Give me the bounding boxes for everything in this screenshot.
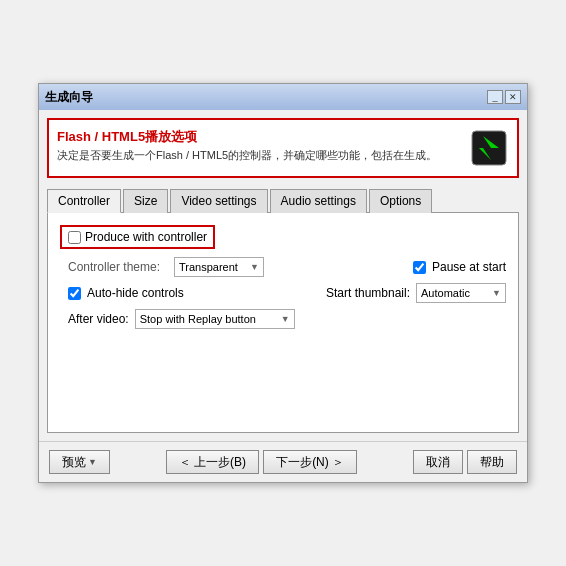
cancel-button[interactable]: 取消 [413, 450, 463, 474]
title-bar: 生成向导 _ ✕ [39, 84, 527, 110]
svg-rect-0 [472, 131, 506, 165]
controller-theme-arrow: ▼ [250, 262, 259, 272]
info-title: Flash / HTML5播放选项 [57, 128, 461, 146]
action-group: 取消 帮助 [413, 450, 517, 474]
bottom-bar: 预览 ▼ ＜ 上一步(B) 下一步(N) ＞ 取消 帮助 [39, 441, 527, 482]
produce-with-controller-row: Produce with controller [60, 225, 215, 249]
controller-theme-select[interactable]: Transparent ▼ [174, 257, 264, 277]
after-video-value: Stop with Replay button [140, 313, 256, 325]
produce-with-controller-checkbox[interactable] [68, 231, 81, 244]
tab-size[interactable]: Size [123, 189, 168, 213]
start-thumbnail-value: Automatic [421, 287, 470, 299]
after-video-arrow: ▼ [281, 314, 290, 324]
tab-video-settings[interactable]: Video settings [170, 189, 267, 213]
auto-hide-row: Auto-hide controls Start thumbnail: Auto… [68, 283, 506, 303]
help-button[interactable]: 帮助 [467, 450, 517, 474]
prev-step-button[interactable]: ＜ 上一步(B) [166, 450, 259, 474]
pause-at-start-label: Pause at start [432, 260, 506, 274]
produce-with-controller-label: Produce with controller [85, 230, 207, 244]
pause-at-start-checkbox[interactable] [413, 261, 426, 274]
start-thumbnail-right: Start thumbnail: Automatic ▼ [326, 283, 506, 303]
info-description: 决定是否要生成一个Flash / HTML5的控制器，并确定哪些功能，包括在生成… [57, 148, 461, 163]
tab-audio-settings[interactable]: Audio settings [270, 189, 367, 213]
tab-controller[interactable]: Controller [47, 189, 121, 213]
start-thumbnail-arrow: ▼ [492, 288, 501, 298]
start-thumbnail-label: Start thumbnail: [326, 286, 410, 300]
window-title: 生成向导 [45, 89, 93, 106]
flash-icon [469, 128, 509, 168]
after-video-row: After video: Stop with Replay button ▼ [68, 309, 506, 329]
minimize-button[interactable]: _ [487, 90, 503, 104]
controller-theme-label: Controller theme: [68, 260, 168, 274]
dialog-window: 生成向导 _ ✕ Flash / HTML5播放选项 决定是否要生成一个Flas… [38, 83, 528, 483]
info-box: Flash / HTML5播放选项 决定是否要生成一个Flash / HTML5… [47, 118, 519, 178]
pause-at-start-right: Pause at start [413, 260, 506, 274]
next-step-button[interactable]: 下一步(N) ＞ [263, 450, 357, 474]
auto-hide-left: Auto-hide controls [68, 286, 184, 300]
auto-hide-label: Auto-hide controls [87, 286, 184, 300]
after-video-label: After video: [68, 312, 129, 326]
tabs-bar: Controller Size Video settings Audio set… [47, 188, 519, 213]
info-text-block: Flash / HTML5播放选项 决定是否要生成一个Flash / HTML5… [57, 128, 461, 163]
auto-hide-checkbox[interactable] [68, 287, 81, 300]
tab-content-controller: Produce with controller Controller theme… [47, 213, 519, 433]
controller-theme-row: Controller theme: Transparent ▼ Pause at… [68, 257, 506, 277]
title-bar-controls: _ ✕ [487, 90, 521, 104]
after-video-select[interactable]: Stop with Replay button ▼ [135, 309, 295, 329]
preview-group: 预览 ▼ [49, 450, 110, 474]
controller-theme-value: Transparent [179, 261, 238, 273]
preview-button[interactable]: 预览 ▼ [49, 450, 110, 474]
tab-options[interactable]: Options [369, 189, 432, 213]
preview-dropdown-arrow: ▼ [88, 457, 97, 467]
nav-group: ＜ 上一步(B) 下一步(N) ＞ [166, 450, 357, 474]
controller-theme-left: Controller theme: Transparent ▼ [68, 257, 264, 277]
dialog-content: Flash / HTML5播放选项 决定是否要生成一个Flash / HTML5… [39, 110, 527, 441]
close-button[interactable]: ✕ [505, 90, 521, 104]
start-thumbnail-select[interactable]: Automatic ▼ [416, 283, 506, 303]
